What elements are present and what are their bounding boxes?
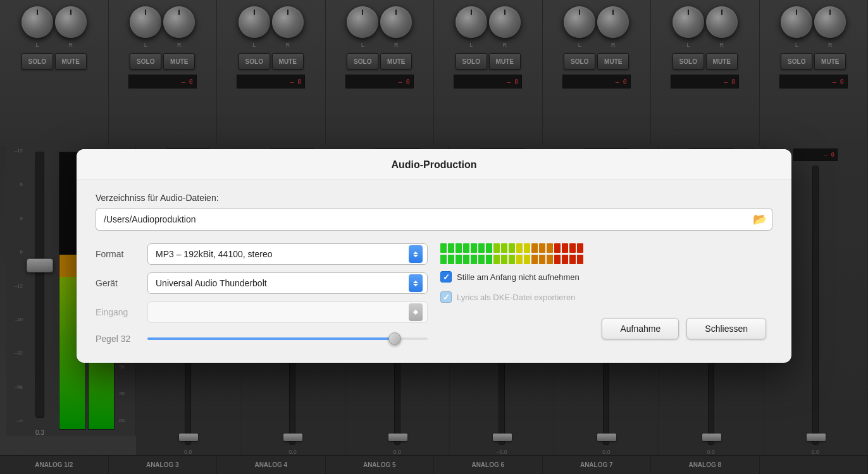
seg-b-o3	[547, 255, 553, 264]
format-select-wrapper: MP3 – 192kBit, 44100, stereo	[147, 243, 428, 265]
checkbox-2-label: Lyrics als DKE-Datei exportieren	[457, 293, 575, 302]
record-button[interactable]: Aufnahme	[602, 318, 679, 339]
seg-b-g3	[456, 255, 462, 264]
checkbox-2[interactable]: ✓	[440, 291, 452, 303]
meter-row-bottom	[440, 255, 772, 264]
form-left-col: Format MP3 – 192kBit, 44100, stereo Gerä…	[96, 243, 428, 344]
seg-b-y2	[524, 255, 530, 264]
pegel-label: Pegel 32	[96, 334, 140, 344]
seg-g2	[448, 243, 454, 253]
format-row: Format MP3 – 192kBit, 44100, stereo	[96, 243, 428, 265]
dialog-title: Audio-Production	[77, 149, 791, 180]
input-select-disabled	[147, 301, 428, 323]
directory-input[interactable]	[96, 208, 747, 231]
device-label: Gerät	[96, 278, 140, 288]
seg-b-g1	[440, 255, 447, 264]
seg-b-r2	[562, 255, 568, 264]
format-select[interactable]: MP3 – 192kBit, 44100, stereo	[147, 243, 428, 265]
seg-b-r4	[577, 255, 583, 264]
dialog-overlay: Audio-Production Verzeichniss für Audio-…	[0, 0, 868, 474]
seg-yg3	[509, 243, 515, 253]
seg-b-yg3	[509, 255, 515, 264]
seg-b-y1	[516, 255, 523, 264]
seg-g5	[471, 243, 477, 253]
checkbox-1[interactable]	[440, 271, 452, 283]
dialog-body: Verzeichniss für Audio-Dateien: 📂 Format…	[77, 180, 791, 350]
seg-yg1	[493, 243, 500, 253]
seg-o2	[539, 243, 545, 253]
browse-button[interactable]: 📂	[747, 208, 772, 231]
seg-b-g7	[486, 255, 492, 264]
seg-y2	[524, 243, 530, 253]
seg-b-g2	[448, 255, 454, 264]
seg-r4	[577, 243, 583, 253]
seg-b-o1	[531, 255, 538, 264]
device-row: Gerät Universal Audio Thunderbolt	[96, 272, 428, 294]
input-row: Eingang	[96, 301, 428, 323]
format-label: Format	[96, 249, 140, 259]
seg-b-g4	[463, 255, 469, 264]
input-select-wrapper	[147, 301, 428, 323]
seg-b-r3	[569, 255, 576, 264]
seg-b-g5	[471, 255, 477, 264]
seg-b-g6	[478, 255, 485, 264]
level-meter-display	[440, 243, 772, 266]
dialog-buttons: Aufnahme Schliessen	[440, 318, 772, 339]
seg-r3	[569, 243, 576, 253]
seg-b-yg2	[501, 255, 507, 264]
checkbox-2-check: ✓	[443, 293, 450, 301]
path-input-row: 📂	[96, 208, 772, 231]
checkbox-1-label: Stille am Anfang nicht aufnehmen	[457, 272, 580, 282]
pegel-row: Pegel 32	[96, 334, 428, 344]
seg-g4	[463, 243, 469, 253]
checkbox-1-row: Stille am Anfang nicht aufnehmen	[440, 271, 772, 283]
meter-row-top	[440, 243, 772, 253]
seg-o1	[531, 243, 538, 253]
seg-yg2	[501, 243, 507, 253]
input-label: Eingang	[96, 307, 140, 317]
pegel-slider[interactable]	[147, 337, 428, 340]
audio-production-dialog: Audio-Production Verzeichniss für Audio-…	[77, 149, 791, 363]
checkbox-2-row: ✓ Lyrics als DKE-Datei exportieren	[440, 291, 772, 303]
seg-b-r1	[554, 255, 561, 264]
seg-r2	[562, 243, 568, 253]
seg-g1	[440, 243, 447, 253]
seg-g3	[456, 243, 462, 253]
directory-label: Verzeichniss für Audio-Dateien:	[96, 193, 772, 203]
form-right-col: Stille am Anfang nicht aufnehmen ✓ Lyric…	[440, 243, 772, 339]
pegel-number: 32	[121, 334, 131, 344]
seg-b-o2	[539, 255, 545, 264]
device-select-wrapper: Universal Audio Thunderbolt	[147, 272, 428, 294]
seg-y1	[516, 243, 523, 253]
seg-g7	[486, 243, 492, 253]
seg-r1	[554, 243, 561, 253]
device-select[interactable]: Universal Audio Thunderbolt	[147, 272, 428, 294]
seg-o3	[547, 243, 553, 253]
seg-g6	[478, 243, 485, 253]
seg-b-yg1	[493, 255, 500, 264]
close-button[interactable]: Schliessen	[686, 318, 766, 339]
